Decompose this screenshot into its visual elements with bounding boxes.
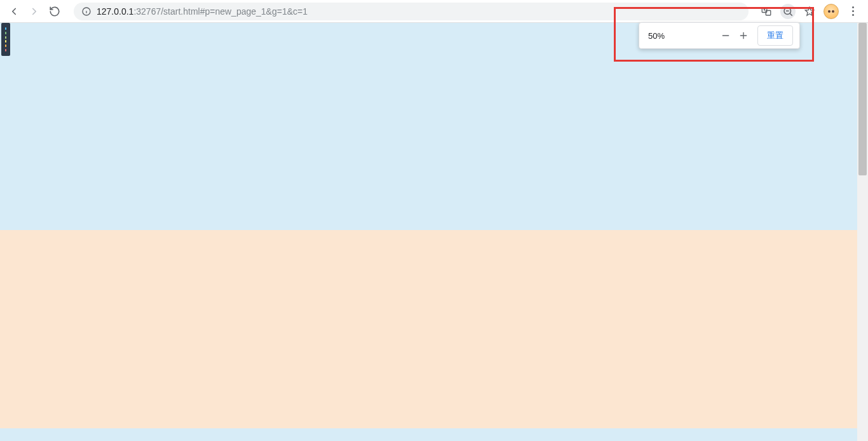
scrollbar-thumb[interactable] [858, 23, 867, 175]
ruler-mark [5, 44, 6, 47]
content-band-blue-top [0, 23, 868, 230]
translate-icon[interactable] [759, 4, 774, 19]
ruler-mark [5, 27, 6, 30]
zoom-out-button[interactable] [717, 27, 735, 44]
site-info-icon[interactable] [81, 6, 92, 17]
back-button[interactable] [8, 5, 20, 18]
ruler-mark [5, 32, 6, 34]
svg-line-7 [790, 13, 792, 15]
ruler-mark [5, 40, 6, 43]
forward-button[interactable] [28, 5, 41, 18]
nav-buttons [5, 5, 64, 18]
url-text: 127.0.0.1:32767/start.html#p=new_page_1&… [97, 6, 308, 17]
bookmark-star-icon[interactable] [802, 4, 817, 19]
menu-dots-icon [852, 6, 854, 16]
menu-button[interactable] [845, 4, 860, 19]
address-bar[interactable]: 127.0.0.1:32767/start.html#p=new_page_1&… [74, 3, 749, 20]
content-band-peach [0, 230, 868, 428]
zoom-popup: 50% 重置 [639, 22, 800, 49]
zoom-indicator-icon[interactable] [780, 4, 796, 19]
zoom-level-text: 50% [648, 31, 665, 41]
browser-toolbar: 127.0.0.1:32767/start.html#p=new_page_1&… [0, 0, 868, 23]
svg-marker-8 [805, 7, 814, 15]
url-path: :32767/start.html#p=new_page_1&g=1&c=1 [133, 6, 308, 17]
zoom-in-button[interactable] [735, 27, 752, 44]
ruler-mark [5, 36, 6, 39]
vertical-scrollbar[interactable] [857, 23, 868, 441]
content-band-blue-bottom [0, 428, 868, 441]
ruler-mark [5, 49, 6, 51]
toolbar-right [759, 4, 863, 19]
profile-avatar[interactable] [824, 4, 839, 19]
ruler-widget[interactable] [1, 23, 10, 56]
reload-button[interactable] [48, 5, 61, 18]
zoom-reset-button[interactable]: 重置 [757, 25, 793, 46]
page-content [0, 23, 868, 441]
url-host: 127.0.0.1 [97, 6, 133, 17]
